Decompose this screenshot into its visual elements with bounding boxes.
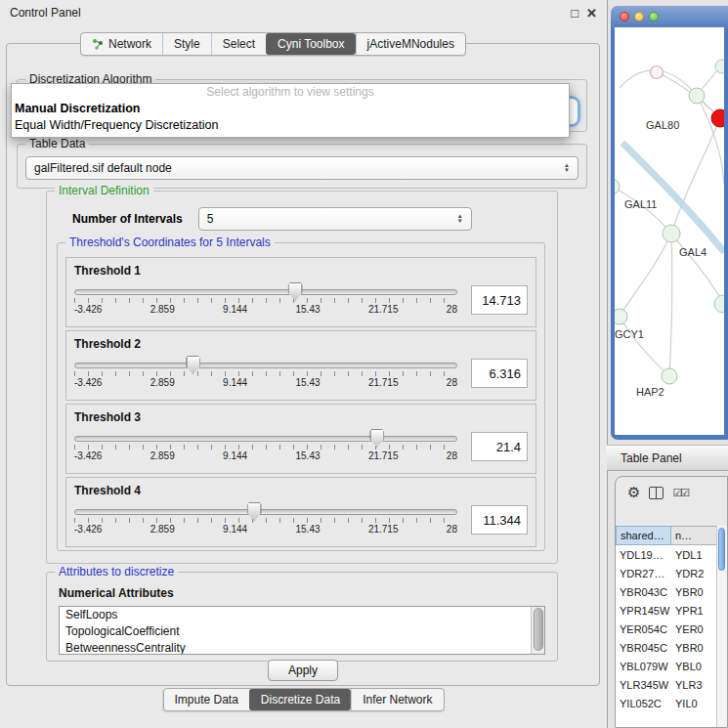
cell-name[interactable]: YBR0 bbox=[671, 586, 717, 598]
dropdown-item-manual-discretization[interactable]: Manual Discretization bbox=[12, 101, 569, 117]
cell-shared-name[interactable]: YLR345W bbox=[616, 679, 671, 691]
tab-label: Cyni Toolbox bbox=[278, 37, 344, 51]
cell-shared-name[interactable]: YBR043C bbox=[616, 586, 671, 598]
cell-name[interactable]: YIL0 bbox=[671, 698, 717, 709]
table-row[interactable]: YDR27…YDR2 bbox=[616, 564, 717, 582]
minimize-traffic-icon[interactable] bbox=[634, 12, 644, 21]
cell-name[interactable]: YER0 bbox=[671, 623, 717, 635]
thresholds-group: Threshold's Coordinates for 5 Intervals … bbox=[57, 242, 545, 551]
tab-impute-data[interactable]: Impute Data bbox=[163, 689, 248, 710]
tab-cyni-toolbox[interactable]: Cyni Toolbox bbox=[266, 33, 355, 55]
table-row[interactable]: YLR345WYLR3 bbox=[616, 675, 717, 694]
tab-select[interactable]: Select bbox=[211, 33, 266, 55]
slider-track[interactable] bbox=[74, 289, 457, 295]
cell-shared-name[interactable]: YER054C bbox=[616, 623, 671, 635]
columns-icon[interactable] bbox=[649, 487, 664, 499]
cell-shared-name[interactable]: YDL19… bbox=[616, 549, 671, 561]
table-data-group: Table Data galFiltered.sif default node … bbox=[17, 144, 587, 189]
zoom-traffic-icon[interactable] bbox=[649, 12, 659, 21]
slider-scale-label: 15.43 bbox=[296, 524, 321, 535]
table-toolbar: ⚙ ☑☑ bbox=[616, 477, 727, 508]
cell-name[interactable]: YPR1 bbox=[671, 605, 717, 617]
number-of-intervals-combo[interactable]: 5 ▲▼ bbox=[198, 207, 472, 231]
threshold-panel-1: Threshold 1 -3.4262.8599.14415.4321.7152… bbox=[65, 257, 536, 327]
list-item[interactable]: SelfLoops bbox=[60, 607, 544, 623]
table-scrollbar-thumb[interactable] bbox=[718, 528, 725, 571]
apply-button[interactable]: Apply bbox=[268, 660, 338, 681]
table-row[interactable]: YBL079WYBL0 bbox=[616, 657, 717, 675]
node-gcy1[interactable] bbox=[615, 309, 627, 324]
table-row[interactable]: YDL19…YDL1 bbox=[616, 545, 717, 564]
cell-shared-name[interactable]: YBR045C bbox=[616, 642, 671, 654]
node-hap2[interactable] bbox=[662, 368, 677, 384]
list-item[interactable]: TopologicalCoefficient bbox=[60, 623, 544, 640]
table-row[interactable]: YIL052CYIL0 bbox=[616, 694, 717, 712]
tab-style[interactable]: Style bbox=[162, 33, 211, 55]
numerical-attributes-list[interactable]: SelfLoopsTopologicalCoefficientBetweenne… bbox=[59, 606, 545, 655]
cell-name[interactable]: YBL0 bbox=[671, 661, 717, 672]
table-row[interactable]: YER054CYER0 bbox=[616, 620, 717, 638]
slider-track[interactable] bbox=[74, 436, 457, 442]
tab-jactivemnodules[interactable]: jActiveMNodules bbox=[356, 33, 465, 55]
tab-infer-network[interactable]: Infer Network bbox=[351, 689, 443, 710]
table-scrollbar[interactable] bbox=[716, 526, 727, 727]
cell-name[interactable]: YDR2 bbox=[671, 568, 717, 579]
tab-label: Network bbox=[108, 37, 151, 51]
float-icon[interactable]: □ bbox=[571, 6, 578, 21]
cell-shared-name[interactable]: YBL079W bbox=[616, 661, 671, 672]
slider-scale-label: 28 bbox=[447, 524, 457, 535]
cell-shared-name[interactable]: YIL052C bbox=[616, 698, 671, 709]
close-icon[interactable]: ✕ bbox=[586, 6, 597, 21]
table-panel-header[interactable]: Table Panel bbox=[607, 445, 728, 471]
dropdown-item-equal-width-frequency[interactable]: Equal Width/Frequency Discretization bbox=[12, 117, 569, 134]
slider-scale-label: 28 bbox=[447, 304, 457, 315]
slider-scale: -3.4262.8599.14415.4321.71528 bbox=[74, 377, 457, 388]
slider-scale-label: -3.426 bbox=[74, 524, 102, 535]
table-row[interactable]: YBR043CYBR0 bbox=[616, 582, 717, 601]
network-canvas[interactable]: GAL80 GAL11 GAL4 GCY1 HAP2 bbox=[615, 27, 724, 435]
node[interactable] bbox=[715, 60, 724, 73]
node-gal4[interactable] bbox=[663, 225, 680, 242]
node-label: GAL80 bbox=[646, 119, 679, 131]
table-row[interactable]: YPR145WYPR1 bbox=[616, 601, 717, 620]
tab-discretize-data[interactable]: Discretize Data bbox=[249, 689, 351, 710]
node[interactable] bbox=[615, 179, 620, 194]
node-label: GAL11 bbox=[624, 198, 657, 210]
select-columns-icon[interactable]: ☑☑ bbox=[672, 487, 688, 499]
close-traffic-icon[interactable] bbox=[620, 12, 629, 21]
threshold-value-field[interactable]: 21.4 bbox=[471, 432, 528, 461]
list-item[interactable]: BetweennessCentrality bbox=[60, 640, 544, 655]
slider-scale-label: 9.144 bbox=[223, 304, 247, 315]
cell-shared-name[interactable]: YDR27… bbox=[616, 568, 671, 579]
group-title: Threshold's Coordinates for 5 Intervals bbox=[65, 236, 275, 249]
node-pink[interactable] bbox=[651, 66, 664, 79]
attributes-group: Attributes to discretize Numerical Attri… bbox=[46, 572, 558, 662]
gear-icon[interactable]: ⚙ bbox=[627, 484, 640, 501]
tab-network[interactable]: Network bbox=[81, 33, 162, 55]
threshold-value-field[interactable]: 6.316 bbox=[471, 359, 528, 388]
slider-ticks bbox=[74, 371, 457, 376]
group-title: Table Data bbox=[25, 137, 89, 150]
node[interactable] bbox=[689, 88, 705, 104]
node[interactable] bbox=[714, 295, 724, 313]
slider-track[interactable] bbox=[74, 509, 457, 515]
list-scrollbar[interactable] bbox=[531, 607, 544, 654]
table-row[interactable]: YBR045CYBR0 bbox=[616, 638, 717, 657]
threshold-slider[interactable]: -3.4262.8599.14415.4321.71528 bbox=[74, 428, 457, 461]
list-scrollbar-thumb[interactable] bbox=[534, 608, 543, 651]
node-selected-red[interactable] bbox=[711, 109, 724, 127]
cell-name[interactable]: YLR3 bbox=[671, 679, 717, 691]
cell-shared-name[interactable]: YPR145W bbox=[616, 605, 671, 617]
slider-scale-label: 2.859 bbox=[150, 304, 175, 315]
slider-track[interactable] bbox=[74, 363, 457, 368]
combo-arrows-icon: ▲▼ bbox=[564, 163, 570, 173]
threshold-value-field[interactable]: 11.344 bbox=[471, 505, 528, 535]
cell-name[interactable]: YDL1 bbox=[671, 549, 717, 561]
threshold-slider[interactable]: -3.4262.8599.14415.4321.71528 bbox=[74, 355, 457, 388]
cell-name[interactable]: YBR0 bbox=[671, 642, 717, 654]
threshold-value-field[interactable]: 14.713 bbox=[471, 285, 528, 315]
table-data-combo[interactable]: galFiltered.sif default node ▲▼ bbox=[25, 156, 578, 180]
column-header-shared-name[interactable]: shared… bbox=[616, 526, 671, 545]
threshold-slider[interactable]: -3.4262.8599.14415.4321.71528 bbox=[74, 281, 457, 315]
threshold-slider[interactable]: -3.4262.8599.14415.4321.71528 bbox=[74, 501, 457, 535]
